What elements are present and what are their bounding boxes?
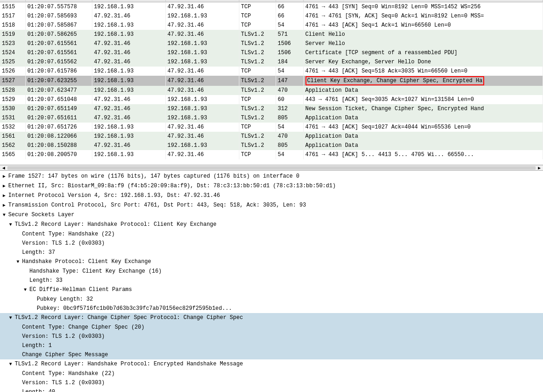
- detail-line[interactable]: Pubkey Length: 32: [0, 295, 543, 304]
- table-row[interactable]: 152701:20:07.623255192.168.1.9347.92.31.…: [0, 76, 543, 86]
- cell-no: 1517: [0, 11, 25, 21]
- cell-time: 01:20:07.586265: [25, 30, 92, 39]
- cell-dst: 47.92.31.46: [165, 86, 239, 95]
- table-row[interactable]: 152901:20:07.65104847.92.31.46192.168.1.…: [0, 95, 543, 104]
- detail-line[interactable]: ▼ EC Diffie-Hellman Client Params: [0, 285, 543, 295]
- cell-dst: 47.92.31.46: [165, 150, 239, 159]
- cell-no: 1523: [0, 39, 25, 48]
- detail-line[interactable]: ▼ TLSv1.2 Record Layer: Change Cipher Sp…: [0, 313, 543, 323]
- packet-table: 151501:20:07.557578192.168.1.9347.92.31.…: [0, 0, 543, 159]
- table-row[interactable]: 152501:20:07.61556247.92.31.46192.168.1.…: [0, 57, 543, 67]
- table-row[interactable]: 153101:20:07.65161147.92.31.46192.168.1.…: [0, 113, 543, 123]
- table-row[interactable]: 151901:20:07.586265192.168.1.9347.92.31.…: [0, 30, 543, 39]
- detail-line[interactable]: Version: TLS 1.2 (0x0303): [0, 378, 543, 387]
- cell-info: 4761 → 443 [SYN] Seq=0 Win=8192 Len=0 MS…: [303, 2, 543, 11]
- cell-dst: 192.168.1.93: [165, 11, 239, 21]
- table-row[interactable]: 152401:20:07.61556147.92.31.46192.168.1.…: [0, 48, 543, 57]
- cell-time: 01:20:07.651048: [25, 95, 92, 104]
- detail-line[interactable]: Version: TLS 1.2 (0x0303): [0, 239, 543, 248]
- detail-line[interactable]: Change Cipher Spec Message: [0, 350, 543, 359]
- cell-proto: TCP: [239, 2, 276, 11]
- cell-proto: TCP: [239, 67, 276, 76]
- scroll-left-arrow[interactable]: ◀: [1, 165, 6, 171]
- cell-time: 01:20:07.651149: [25, 104, 92, 113]
- cell-dst: 47.92.31.46: [165, 21, 239, 30]
- detail-line[interactable]: Length: 1: [0, 341, 543, 350]
- cell-no: 1515: [0, 2, 25, 11]
- detail-line[interactable]: Content Type: Handshake (22): [0, 369, 543, 378]
- cell-time: 01:20:08.150288: [25, 141, 92, 150]
- table-row[interactable]: 151801:20:07.585867192.168.1.9347.92.31.…: [0, 21, 543, 30]
- cell-src: 192.168.1.93: [92, 86, 165, 95]
- table-row[interactable]: 153001:20:07.65114947.92.31.46192.168.1.…: [0, 104, 543, 113]
- cell-src: 47.92.31.46: [92, 95, 165, 104]
- expand-arrow-icon: ▶: [3, 182, 8, 190]
- expand-arrow-icon: ▼: [17, 258, 22, 266]
- cell-len: 805: [276, 113, 303, 123]
- detail-line[interactable]: Length: 33: [0, 276, 543, 285]
- cell-dst: 192.168.1.93: [165, 57, 239, 67]
- table-row[interactable]: 152801:20:07.623477192.168.1.9347.92.31.…: [0, 86, 543, 95]
- detail-text: TLSv1.2 Record Layer: Handshake Protocol…: [15, 221, 216, 228]
- detail-line[interactable]: Content Type: Change Cipher Spec (20): [0, 323, 543, 332]
- cell-len: 805: [276, 141, 303, 150]
- detail-line[interactable]: Content Type: Handshake (22): [0, 230, 543, 239]
- detail-line[interactable]: ▼ TLSv1.2 Record Layer: Handshake Protoc…: [0, 359, 543, 369]
- cell-src: 192.168.1.93: [92, 76, 165, 86]
- cell-info: Client Key Exchange, Change Cipher Spec,…: [303, 76, 543, 86]
- detail-line[interactable]: ▼ TLSv1.2 Record Layer: Handshake Protoc…: [0, 220, 543, 230]
- cell-len: 54: [276, 67, 303, 76]
- table-row[interactable]: 152601:20:07.615786192.168.1.9347.92.31.…: [0, 67, 543, 76]
- cell-dst: 47.92.31.46: [165, 132, 239, 141]
- cell-proto: TLSv1.2: [239, 76, 276, 86]
- cell-proto: TLSv1.2: [239, 48, 276, 57]
- cell-no: 1524: [0, 48, 25, 57]
- detail-line[interactable]: ▼ Secure Sockets Layer: [0, 210, 543, 220]
- detail-text: Transmission Control Protocol, Src Port:…: [8, 202, 306, 208]
- detail-line[interactable]: ▶ Ethernet II, Src: BiostarM_09:8a:f9 (f…: [0, 181, 543, 191]
- cell-src: 192.168.1.93: [92, 150, 165, 159]
- cell-time: 01:20:07.615561: [25, 39, 92, 48]
- detail-text: Version: TLS 1.2 (0x0303): [22, 380, 105, 386]
- detail-line[interactable]: Pubkey: 0bc9f5716fc1b0b7d63b3c39fc7ab701…: [0, 304, 543, 313]
- detail-text: TLSv1.2 Record Layer: Handshake Protocol…: [15, 361, 243, 367]
- detail-text: Version: TLS 1.2 (0x0303): [22, 240, 105, 246]
- scroll-right-arrow[interactable]: ▶: [537, 165, 542, 171]
- cell-len: 66: [276, 2, 303, 11]
- detail-line[interactable]: Version: TLS 1.2 (0x0303): [0, 332, 543, 341]
- cell-src: 192.168.1.93: [92, 30, 165, 39]
- cell-time: 01:20:07.623255: [25, 76, 92, 86]
- table-row[interactable]: 152301:20:07.61556147.92.31.46192.168.1.…: [0, 39, 543, 48]
- scroll-track[interactable]: [7, 166, 536, 170]
- cell-src: 192.168.1.93: [92, 123, 165, 132]
- cell-len: 470: [276, 132, 303, 141]
- detail-line[interactable]: ▼ Handshake Protocol: Client Key Exchang…: [0, 257, 543, 267]
- cell-info: 4761 → 4761 [SYN, ACK] Seq=0 Ack=1 Win=8…: [303, 11, 543, 21]
- cell-dst: 192.168.1.93: [165, 39, 239, 48]
- expand-arrow-icon: ▼: [9, 314, 15, 322]
- detail-line[interactable]: Handshake Type: Client Key Exchange (16): [0, 267, 543, 276]
- detail-line[interactable]: Length: 37: [0, 248, 543, 257]
- cell-proto: TCP: [239, 150, 276, 159]
- table-row[interactable]: 153201:20:07.651726192.168.1.9347.92.31.…: [0, 123, 543, 132]
- table-row[interactable]: 156201:20:08.15028847.92.31.46192.168.1.…: [0, 141, 543, 150]
- cell-src: 47.92.31.46: [92, 104, 165, 113]
- detail-line[interactable]: ▶ Internet Protocol Version 4, Src: 192.…: [0, 191, 543, 201]
- cell-dst: 192.168.1.93: [165, 95, 239, 104]
- table-row[interactable]: 156101:20:08.122066192.168.1.9347.92.31.…: [0, 132, 543, 141]
- cell-src: 47.92.31.46: [92, 57, 165, 67]
- detail-line[interactable]: ▶ Transmission Control Protocol, Src Por…: [0, 201, 543, 210]
- cell-len: 1506: [276, 48, 303, 57]
- cell-dst: 47.92.31.46: [165, 30, 239, 39]
- detail-text: Pubkey Length: 32: [37, 296, 93, 302]
- cell-proto: TCP: [239, 95, 276, 104]
- expand-arrow-icon: ▶: [3, 192, 8, 200]
- table-row[interactable]: 151501:20:07.557578192.168.1.9347.92.31.…: [0, 2, 543, 11]
- horizontal-scrollbar[interactable]: ◀ ▶: [0, 165, 543, 171]
- detail-line[interactable]: ▶ Frame 1527: 147 bytes on wire (1176 bi…: [0, 172, 543, 181]
- table-row[interactable]: 156501:20:08.200570192.168.1.9347.92.31.…: [0, 150, 543, 159]
- detail-line[interactable]: Length: 40: [0, 387, 543, 392]
- cell-no: 1530: [0, 104, 25, 113]
- cell-info: 443 → 4761 [ACK] Seq=3035 Ack=1027 Win=1…: [303, 95, 543, 104]
- table-row[interactable]: 151701:20:07.58569347.92.31.46192.168.1.…: [0, 11, 543, 21]
